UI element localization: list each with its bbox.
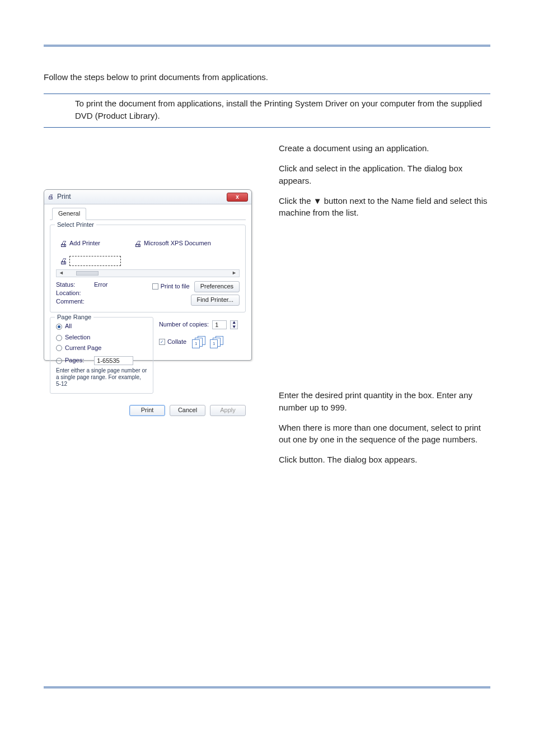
selected-printer-label — [69, 256, 121, 266]
intro-text: Follow the steps below to print document… — [44, 71, 490, 83]
dialog-title: Print — [57, 192, 223, 202]
tab-general[interactable]: General — [52, 208, 86, 220]
printer-icon: 🖨 — [48, 193, 54, 202]
xps-printer-label: Microsoft XPS Documen — [144, 239, 211, 248]
step-6: Click button. The dialog box appears. — [279, 454, 490, 466]
step-1: Create a document using an application. — [279, 142, 490, 155]
radio-dot-on — [56, 324, 62, 330]
checkbox-box-checked: ✓ — [159, 339, 165, 345]
step-4: Enter the desired print quantity in the … — [279, 389, 490, 414]
num-copies-input[interactable] — [212, 320, 227, 329]
step-3: Click the ▼ button next to the Name fiel… — [279, 195, 490, 220]
num-copies-label: Number of copies: — [159, 320, 209, 329]
step-2: Click and select in the application. The… — [279, 162, 490, 187]
close-button[interactable]: x — [227, 193, 248, 202]
xps-printer-item[interactable]: 🖨 Microsoft XPS Documen — [134, 232, 211, 255]
dialog-titlebar: 🖨 Print x — [44, 190, 251, 204]
cancel-button[interactable]: Cancel — [170, 405, 205, 416]
dialog-footer: Print Cancel Apply — [44, 403, 251, 422]
page-range-legend: Page Range — [55, 313, 93, 322]
print-dialog: 🖨 Print x General Select Printer 🖨 Add P… — [44, 189, 252, 361]
print-to-file-checkbox[interactable]: Print to file — [152, 282, 190, 291]
print-button[interactable]: Print — [129, 405, 165, 416]
pages-input[interactable] — [94, 356, 133, 365]
xps-printer-icon: 🖨 — [134, 238, 142, 249]
location-label: Location: — [56, 289, 94, 297]
selected-printer-item[interactable]: 🖨 — [59, 255, 121, 267]
radio-current-page[interactable]: Current Page — [56, 344, 101, 353]
tab-strip: General — [50, 208, 246, 220]
comment-label: Comment: — [56, 297, 94, 306]
checkbox-box — [152, 283, 158, 290]
printer-list-scrollbar[interactable]: ◄ ► — [56, 269, 240, 277]
find-printer-button[interactable]: Find Printer... — [191, 295, 240, 306]
radio-dot — [56, 345, 62, 351]
apply-button[interactable]: Apply — [210, 405, 246, 416]
selected-printer-icon: 🖨 — [59, 255, 67, 267]
page-range-group: Page Range All Selection Current Page Pa… — [50, 317, 153, 394]
note-box: To print the document from applications,… — [44, 94, 490, 128]
step-5: When there is more than one document, se… — [279, 422, 490, 446]
printer-list[interactable]: 🖨 Add Printer 🖨 Microsoft XPS Documen — [56, 230, 240, 255]
radio-all[interactable]: All — [56, 322, 72, 331]
status-label: Status: — [56, 281, 94, 289]
add-printer-icon: 🖨 — [59, 238, 67, 249]
status-labels: Status: Location: Comment: — [56, 281, 94, 306]
num-copies-stepper[interactable]: ▲▼ — [230, 320, 238, 329]
page-range-hint: Enter either a single page number or a s… — [56, 367, 147, 388]
add-printer-item[interactable]: 🖨 Add Printer — [59, 232, 100, 255]
scroll-right-icon[interactable]: ► — [229, 269, 239, 277]
radio-dot — [56, 335, 62, 341]
note-text: To print the document from applications,… — [44, 97, 490, 122]
add-printer-label: Add Printer — [69, 239, 100, 248]
collate-illustration: 321 321 — [192, 336, 224, 348]
radio-current-page-label: Current Page — [65, 344, 101, 353]
select-printer-legend: Select Printer — [55, 221, 96, 230]
print-to-file-label: Print to file — [161, 282, 190, 291]
radio-pages-label: Pages: — [65, 356, 84, 365]
collate-checkbox[interactable]: ✓ Collate — [159, 338, 186, 347]
status-values: Error — [94, 281, 152, 306]
radio-dot — [56, 358, 62, 364]
scroll-left-icon[interactable]: ◄ — [57, 269, 66, 277]
radio-selection[interactable]: Selection — [56, 333, 90, 342]
radio-pages[interactable]: Pages: — [56, 356, 84, 365]
radio-all-label: All — [65, 322, 72, 331]
select-printer-group: Select Printer 🖨 Add Printer 🖨 Microsoft… — [50, 225, 246, 312]
preferences-button[interactable]: Preferences — [194, 281, 240, 292]
scroll-thumb[interactable] — [76, 271, 99, 276]
top-rule — [44, 45, 490, 46]
status-value: Error — [94, 281, 152, 289]
collate-label: Collate — [167, 338, 186, 347]
radio-selection-label: Selection — [65, 333, 90, 342]
bottom-rule — [44, 687, 490, 688]
